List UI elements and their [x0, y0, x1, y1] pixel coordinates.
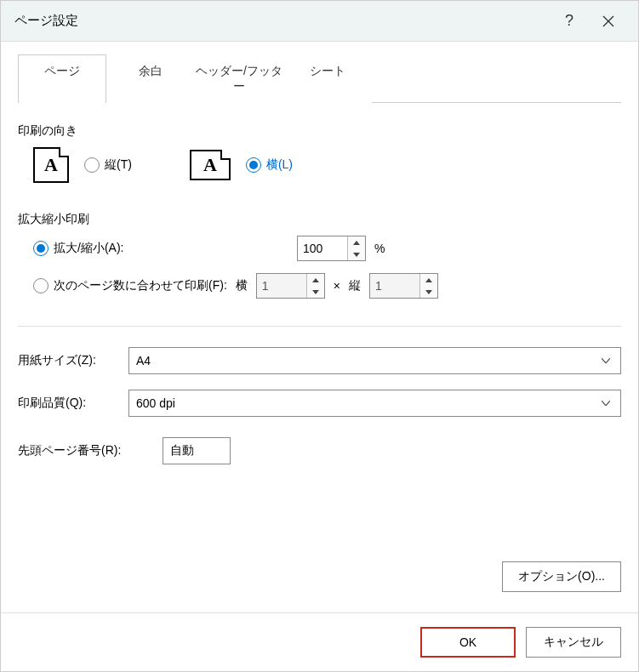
fit-wide-input[interactable]: [257, 274, 306, 298]
portrait-radio-label: 縦(T): [105, 157, 132, 173]
adjust-spinner-down[interactable]: [348, 248, 365, 260]
landscape-radio[interactable]: [246, 157, 261, 173]
print-quality-label: 印刷品質(Q):: [18, 396, 128, 411]
divider: [18, 326, 621, 327]
tab-strip: ページ 余白 ヘッダー/フッター シート: [18, 54, 621, 103]
options-button[interactable]: オプション(O)...: [502, 561, 621, 592]
fit-wide-spinner[interactable]: [256, 273, 325, 299]
scaling-section-label: 拡大縮小印刷: [18, 212, 621, 227]
fit-radio-group[interactable]: 次のページ数に合わせて印刷(F):: [33, 278, 227, 293]
first-page-row: 先頭ページ番号(R):: [18, 437, 621, 464]
fit-wide-label: 横: [236, 278, 248, 293]
dialog-title: ページ設定: [14, 13, 550, 29]
orientation-section-label: 印刷の向き: [18, 123, 621, 139]
portrait-radio-group[interactable]: 縦(T): [84, 157, 132, 173]
paper-size-combo[interactable]: A4: [128, 347, 621, 374]
fit-radio[interactable]: [33, 278, 48, 293]
fit-tall-spinner[interactable]: [369, 273, 438, 299]
fit-tall-input[interactable]: [370, 274, 419, 298]
adjust-radio[interactable]: [33, 241, 48, 256]
close-button[interactable]: [589, 4, 628, 38]
paper-size-value: A4: [136, 354, 151, 367]
print-quality-combo[interactable]: 600 dpi: [128, 390, 621, 417]
scaling-fit-row: 次のページ数に合わせて印刷(F): 横 × 縦: [33, 273, 621, 299]
page-setup-dialog: ページ設定 ? ページ 余白 ヘッダー/フッター シート 印刷の向き A 縦(T…: [0, 0, 639, 672]
tab-sheet[interactable]: シート: [283, 54, 372, 103]
first-page-input[interactable]: [163, 437, 231, 464]
ok-button[interactable]: OK: [420, 627, 516, 658]
fit-tall-label: 縦: [349, 278, 361, 293]
paper-size-label: 用紙サイズ(Z):: [18, 353, 128, 368]
portrait-icon: A: [33, 147, 69, 183]
fit-x-label: ×: [334, 279, 340, 293]
fit-tall-up[interactable]: [420, 274, 437, 286]
portrait-radio[interactable]: [84, 157, 100, 173]
close-icon: [602, 15, 614, 27]
cancel-button[interactable]: キャンセル: [526, 627, 621, 658]
landscape-radio-group[interactable]: 横(L): [246, 157, 293, 173]
fit-wide-down[interactable]: [307, 286, 324, 298]
first-page-label: 先頭ページ番号(R):: [18, 443, 163, 458]
adjust-radio-label: 拡大/縮小(A):: [54, 241, 123, 256]
landscape-icon: A: [190, 150, 231, 180]
chevron-down-icon: [596, 390, 615, 416]
orientation-row: A 縦(T) A 横(L): [33, 147, 621, 183]
paper-size-row: 用紙サイズ(Z): A4: [18, 347, 621, 374]
adjust-spinner-input[interactable]: [298, 236, 347, 260]
dialog-footer: OK キャンセル: [1, 612, 638, 671]
scaling-adjust-row: 拡大/縮小(A): %: [33, 236, 621, 261]
fit-radio-label: 次のページ数に合わせて印刷(F):: [54, 278, 227, 293]
tab-header-footer[interactable]: ヘッダー/フッター: [195, 54, 283, 103]
adjust-radio-group[interactable]: 拡大/縮小(A):: [33, 241, 288, 256]
adjust-spinner[interactable]: [297, 236, 366, 261]
adjust-spinner-up[interactable]: [348, 236, 365, 248]
fit-wide-up[interactable]: [307, 274, 324, 286]
tab-margins[interactable]: 余白: [106, 54, 195, 103]
tab-page[interactable]: ページ: [18, 54, 106, 103]
fit-tall-down[interactable]: [420, 286, 437, 298]
print-quality-row: 印刷品質(Q): 600 dpi: [18, 390, 621, 417]
help-button[interactable]: ?: [550, 4, 589, 38]
print-quality-value: 600 dpi: [136, 396, 175, 410]
chevron-down-icon: [596, 348, 615, 373]
titlebar: ページ設定 ?: [1, 1, 638, 42]
adjust-suffix: %: [374, 242, 385, 255]
landscape-radio-label: 横(L): [266, 157, 293, 173]
